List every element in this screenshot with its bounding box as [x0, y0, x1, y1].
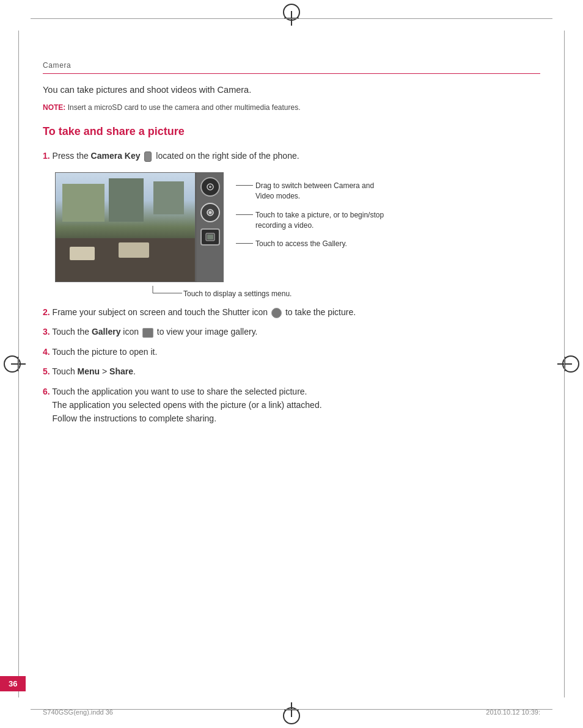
gallery-icon-inline	[142, 328, 153, 338]
step-2: 2. Frame your subject on screen and touc…	[43, 305, 540, 319]
step-2-number: 2.	[43, 307, 50, 317]
step-3-number: 3.	[43, 327, 50, 337]
edge-top	[31, 18, 552, 19]
callout-2: Touch to take a picture, or to begin/sto…	[236, 210, 390, 231]
footer-left: S740GSG(eng).indd 36	[43, 708, 113, 716]
callout-3: Touch to access the Gallery.	[236, 239, 390, 249]
step-5-number: 5.	[43, 366, 50, 376]
step-6: 6. Touch the application you want to use…	[43, 385, 540, 426]
camera-key-icon	[144, 151, 152, 162]
svg-point-3	[208, 211, 211, 214]
title-divider	[43, 73, 540, 74]
crosshair-lines-bottom	[284, 702, 299, 717]
callouts-area: Drag to switch between Camera and Video …	[229, 178, 390, 249]
settings-callout-line	[147, 286, 183, 298]
page-number: 36	[0, 676, 26, 691]
gallery-btn[interactable]	[200, 228, 220, 246]
step-4: 4. Touch the picture to open it.	[43, 345, 540, 359]
note-text: NOTE: Insert a microSD card to use the c…	[43, 102, 540, 113]
callout-2-text: Touch to take a picture, or to begin/sto…	[255, 210, 390, 231]
callout-1-text: Drag to switch between Camera and Video …	[255, 181, 390, 202]
shutter-btn[interactable]	[200, 203, 220, 222]
section-title: Camera	[43, 61, 540, 70]
step-1: 1. Press the Camera Key located on the r…	[43, 149, 540, 162]
intro-text: You can take pictures and shoot videos w…	[43, 84, 540, 97]
camera-scene	[56, 173, 195, 282]
edge-right	[564, 31, 565, 697]
camera-viewfinder	[55, 172, 196, 282]
step-3: 3. Touch the Gallery icon to view your i…	[43, 325, 540, 338]
callout-3-text: Touch to access the Gallery.	[255, 239, 347, 249]
step-1-number: 1.	[43, 151, 50, 161]
settings-callout: Touch to display a settings menu.	[147, 286, 540, 299]
note-label: NOTE:	[43, 103, 65, 112]
section-heading: To take and share a picture	[43, 125, 540, 138]
camera-ui-panel	[196, 172, 224, 282]
camera-switch-btn[interactable]	[200, 177, 220, 197]
crosshair-lines-right	[557, 357, 572, 371]
footer-right: 2010.10.12 10:39:	[486, 708, 540, 716]
step-5-menu: Menu	[78, 366, 100, 376]
callout-1: Drag to switch between Camera and Video …	[236, 181, 390, 202]
step-3-bold: Gallery	[92, 327, 120, 337]
step-1-bold: Camera Key	[91, 151, 141, 161]
camera-diagram: Drag to switch between Camera and Video …	[55, 172, 540, 299]
note-body: Insert a microSD card to use the camera …	[68, 103, 301, 112]
svg-rect-5	[207, 235, 213, 239]
step-5-share: Share	[109, 366, 133, 376]
shutter-icon-inline	[271, 308, 282, 318]
svg-point-1	[209, 186, 211, 188]
callout-2-line	[236, 214, 253, 215]
callout-3-line	[236, 243, 253, 244]
step-6-number: 6.	[43, 387, 50, 396]
edge-left	[18, 31, 19, 697]
step-4-number: 4.	[43, 347, 50, 357]
main-content: Camera You can take pictures and shoot v…	[43, 61, 540, 667]
step-5: 5. Touch Menu > Share.	[43, 365, 540, 378]
camera-screenshot	[55, 172, 224, 282]
diagram-row: Drag to switch between Camera and Video …	[55, 172, 540, 282]
callout-1-line	[236, 185, 253, 186]
callout-4-text: Touch to display a settings menu.	[183, 289, 292, 299]
